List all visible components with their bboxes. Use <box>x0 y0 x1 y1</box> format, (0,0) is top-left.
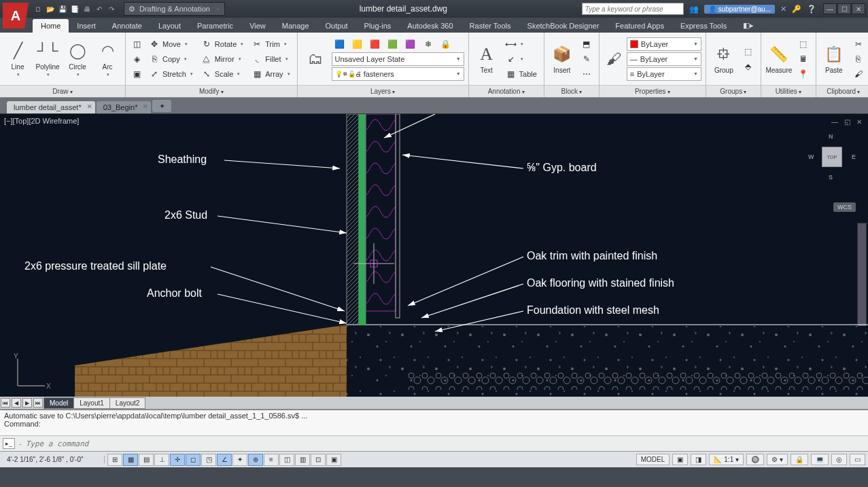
stretch-button[interactable]: ⤢Stretch▾ <box>146 67 196 81</box>
dimension-button[interactable]: ⟷▾ <box>503 37 540 51</box>
tab-first-button[interactable]: ⏮ <box>1 398 10 408</box>
panel-title-utilities[interactable]: Utilities <box>761 85 816 97</box>
status-lock-icon[interactable]: 🔒 <box>791 454 808 465</box>
status-ws-icon[interactable]: ⚙ ▾ <box>767 454 788 465</box>
menu-tab-featured-apps[interactable]: Featured Apps <box>607 19 672 33</box>
block-edit[interactable]: ✎ <box>578 52 595 66</box>
line-button[interactable]: ╱Line▾ <box>4 37 31 82</box>
text-button[interactable]: AText <box>473 37 500 82</box>
status-clean-icon[interactable]: ▭ <box>850 454 865 465</box>
ungroup-button[interactable]: ⬚ <box>740 45 757 58</box>
signin-icon[interactable]: 👥 <box>689 5 699 14</box>
menu-tab-express-tools[interactable]: Express Tools <box>672 19 735 33</box>
search-input[interactable] <box>582 3 684 15</box>
move-button[interactable]: ✥Move▾ <box>146 37 196 51</box>
array-button[interactable]: ▦Array▾ <box>249 67 292 81</box>
util-2[interactable]: 🖩 <box>795 52 812 66</box>
menu-tab-layout[interactable]: Layout <box>150 19 189 33</box>
property-row-2[interactable]: ≡ByLayer▼ <box>627 67 701 81</box>
menu-tab-plug-ins[interactable]: Plug-ins <box>356 19 400 33</box>
util-3[interactable]: 📍 <box>795 67 812 81</box>
panel-title-modify[interactable]: Modify <box>126 85 297 97</box>
app-logo[interactable]: A <box>3 3 29 29</box>
layer-state-dropdown[interactable]: Unsaved Layer State▼ <box>332 52 464 66</box>
qat-open-icon[interactable]: 📂 <box>45 3 56 14</box>
copy-button[interactable]: ⎘Copy▾ <box>146 52 196 66</box>
layer-tool-1[interactable]: 🟦 <box>332 37 348 51</box>
qat-undo-icon[interactable]: ↶ <box>94 3 105 14</box>
file-tab[interactable]: 03_Begin*✕ <box>97 101 152 113</box>
measure-button[interactable]: 📏Measure <box>765 37 793 82</box>
qat-saveas-icon[interactable]: 📑 <box>69 3 80 14</box>
panel-title-groups[interactable]: Groups <box>706 85 761 97</box>
panel-title-clipboard[interactable]: Clipboard <box>816 85 868 97</box>
status-annovis-icon[interactable]: 🔘 <box>746 454 764 465</box>
layer-current-dropdown[interactable]: 💡❄🔓🖨 fasteners▼ <box>332 67 464 81</box>
toggle-am[interactable]: ▣ <box>326 454 341 466</box>
close-icon[interactable]: ✕ <box>143 103 148 110</box>
menu-tab-output[interactable]: Output <box>317 19 356 33</box>
toggle-infer[interactable]: ⊞ <box>107 454 122 466</box>
drawing-viewport[interactable]: [−][Top][2D Wireframe] — ◱ ✕ N W E S TOP… <box>0 114 868 409</box>
menu-tab-manage[interactable]: Manage <box>274 19 317 33</box>
toggle-polar[interactable]: ✛ <box>170 454 185 466</box>
tab-layout2[interactable]: Layout2 <box>109 397 146 409</box>
user-badge[interactable]: 👤 subpartner@au... <box>704 5 775 14</box>
toggle-osnap[interactable]: ◻ <box>186 454 201 466</box>
scale-button[interactable]: ⤡Scale▾ <box>198 67 246 81</box>
modify-extra-3[interactable]: ▣ <box>130 67 143 81</box>
menu-tab-raster-tools[interactable]: Raster Tools <box>462 19 519 33</box>
minimize-button[interactable]: — <box>823 3 837 14</box>
util-1[interactable]: ⬚ <box>795 37 812 51</box>
layer-tool-5[interactable]: 🟪 <box>402 37 419 51</box>
circle-button[interactable]: ◯Circle▾ <box>64 37 91 82</box>
file-tab[interactable]: lumber detail_asset*✕ <box>7 101 95 113</box>
menu-tab-view[interactable]: View <box>241 19 274 33</box>
group-button[interactable]: ⯐Group <box>710 37 737 82</box>
status-coordinates[interactable]: 4'-2 1/16", 2'-6 1/8" , 0'-0" <box>3 456 105 463</box>
property-row-0[interactable]: ByLayer▼ <box>627 37 701 51</box>
tab-model[interactable]: Model <box>44 397 74 409</box>
layer-properties-button[interactable]: 🗂 <box>302 37 329 82</box>
menu-tab-parametric[interactable]: Parametric <box>189 19 241 33</box>
panel-title-layers[interactable]: Layers <box>298 85 468 97</box>
status-model-chip[interactable]: MODEL <box>636 454 670 465</box>
help-icon[interactable]: ❔ <box>807 5 816 14</box>
status-hardware-icon[interactable]: 💻 <box>811 454 829 465</box>
menu-tab-autodesk-360[interactable]: Autodesk 360 <box>399 19 461 33</box>
ribbon-cycle-icon[interactable]: ◧▸ <box>735 18 762 33</box>
tab-layout1[interactable]: Layout1 <box>73 397 110 409</box>
arc-button[interactable]: ◠Arc▾ <box>94 37 121 82</box>
table-button[interactable]: ▦Table <box>503 67 540 81</box>
status-layout-icon[interactable]: ▣ <box>672 454 688 465</box>
panel-title-draw[interactable]: Draw <box>0 85 125 97</box>
status-isolate-icon[interactable]: ◎ <box>831 454 847 465</box>
toggle-qp[interactable]: ▥ <box>295 454 310 466</box>
tab-last-button[interactable]: ⏭ <box>33 398 43 408</box>
cut-button[interactable]: ✂ <box>850 37 867 51</box>
toggle-ortho[interactable]: ⊥ <box>154 454 169 466</box>
rotate-button[interactable]: ↻Rotate▾ <box>198 37 246 51</box>
fillet-button[interactable]: ◟Fillet▾ <box>249 52 292 66</box>
exchange-icon[interactable]: ✕ <box>780 5 786 14</box>
close-button[interactable]: ✕ <box>852 3 865 14</box>
qat-new-icon[interactable]: 🗋 <box>33 3 44 14</box>
new-tab-button[interactable]: ✦ <box>152 100 171 112</box>
layer-tool-4[interactable]: 🟩 <box>385 37 401 51</box>
property-row-1[interactable]: —ByLayer▼ <box>627 52 701 66</box>
toggle-3dosnap[interactable]: ◳ <box>201 454 216 466</box>
command-history[interactable]: Automatic save to C:\Users\pierre\appdat… <box>0 410 868 436</box>
panel-title-block[interactable]: Block <box>544 85 599 97</box>
panel-title-annotation[interactable]: Annotation <box>469 85 544 97</box>
modify-extra-1[interactable]: ◫ <box>130 37 143 51</box>
key-icon[interactable]: 🔑 <box>792 5 801 14</box>
menu-tab-annotate[interactable]: Annotate <box>104 19 150 33</box>
modify-extra-2[interactable]: ◈ <box>130 52 143 66</box>
menu-tab-insert[interactable]: Insert <box>69 19 104 33</box>
status-quickview-icon[interactable]: ◨ <box>691 454 706 465</box>
mirror-button[interactable]: ⧋Mirror▾ <box>198 52 246 66</box>
block-create[interactable]: ⬒ <box>578 37 595 51</box>
layer-tool-7[interactable]: 🔒 <box>438 37 454 51</box>
command-prompt-icon[interactable]: ▸_ <box>3 438 15 449</box>
trim-button[interactable]: ✂Trim▾ <box>249 37 292 51</box>
